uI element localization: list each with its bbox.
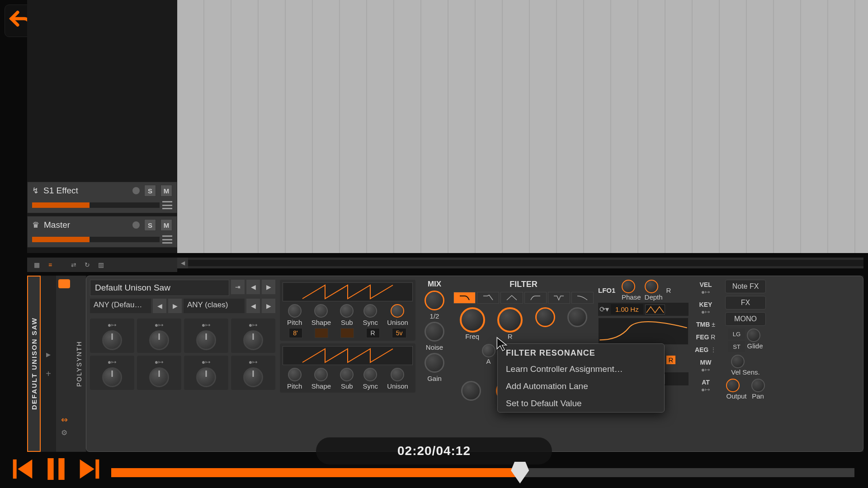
solo-button[interactable]: S: [144, 219, 156, 231]
plfo-r-button[interactable]: R: [666, 356, 676, 364]
scroll-left-icon[interactable]: ◀: [177, 258, 188, 268]
tag1-next[interactable]: ▶: [168, 299, 182, 313]
arranger-grid[interactable]: [177, 0, 868, 253]
osc2-shape-knob[interactable]: [314, 368, 328, 381]
track-master[interactable]: ♛ Master S M: [27, 216, 177, 248]
osc2-unison-knob[interactable]: [391, 368, 404, 381]
filter-type-low[interactable]: [571, 292, 594, 304]
vel-sens-knob[interactable]: [731, 355, 745, 368]
mix-noise-knob[interactable]: [425, 322, 444, 342]
filter-type-lp2[interactable]: [477, 292, 499, 304]
filter-resonance-knob[interactable]: [497, 307, 523, 333]
osc1-sync-value[interactable]: R: [366, 328, 380, 338]
lfo1-rate[interactable]: 1.00 Hz: [611, 304, 643, 314]
osc1-shape-value[interactable]: [315, 328, 328, 338]
settings-icon[interactable]: ⚙: [61, 428, 68, 437]
volume-fader[interactable]: [32, 202, 160, 208]
menu-default-value[interactable]: Set to Default Value: [498, 395, 664, 412]
glide-knob[interactable]: [747, 328, 760, 342]
preset-next-button[interactable]: ▶: [262, 280, 275, 294]
osc1-unison-value[interactable]: 5v: [392, 328, 407, 338]
pause-button[interactable]: [42, 455, 71, 485]
macro-knob-6[interactable]: ●↦: [137, 356, 181, 390]
tag2-prev[interactable]: ◀: [246, 299, 260, 313]
track-menu-icon[interactable]: [162, 235, 172, 244]
track-name[interactable]: Master: [44, 220, 128, 230]
mix-1-2-knob[interactable]: [425, 291, 444, 310]
osc2-sync-knob[interactable]: [363, 368, 377, 381]
expand-icon[interactable]: ▸: [46, 349, 51, 360]
preset-pin-icon[interactable]: ⇥: [231, 280, 245, 294]
track-s1-effect[interactable]: ↯ S1 Effect S M: [27, 182, 177, 213]
osc1-pitch-value[interactable]: 8': [289, 328, 302, 338]
view-grid-icon[interactable]: ▦: [32, 261, 42, 269]
osc1-shape-knob[interactable]: [314, 304, 328, 318]
osc2-pitch-knob[interactable]: [288, 368, 302, 381]
add-device-icon[interactable]: +: [46, 369, 51, 379]
tag2-next[interactable]: ▶: [262, 299, 275, 313]
prev-button[interactable]: [8, 455, 37, 485]
osc2-waveform[interactable]: [283, 346, 413, 365]
menu-learn-controller[interactable]: Learn Controller Assignment…: [498, 361, 664, 378]
filter-env-a-knob[interactable]: [482, 344, 495, 357]
osc2-sub-knob[interactable]: [340, 368, 354, 381]
osc1-sub-value[interactable]: [340, 328, 354, 338]
record-arm-dot[interactable]: [132, 187, 140, 194]
mute-button[interactable]: M: [160, 185, 172, 197]
macro-knob-3[interactable]: ●↦: [184, 319, 228, 353]
osc1-sub-knob[interactable]: [340, 304, 354, 318]
next-button[interactable]: [75, 455, 104, 485]
preset-tag-2[interactable]: ANY (claes): [184, 299, 245, 313]
device-tab[interactable]: DEFAULT UNISON SAW: [27, 276, 41, 452]
menu-add-automation[interactable]: Add Automation Lane: [498, 378, 664, 395]
lfo1-depth-knob[interactable]: [645, 280, 658, 293]
mix-gain-knob[interactable]: [425, 353, 444, 373]
lfo1-r-button[interactable]: R: [666, 286, 671, 294]
macro-knob-5[interactable]: ●↦: [90, 356, 134, 390]
tool-loop-icon[interactable]: ↻: [82, 261, 92, 269]
amp-a-knob[interactable]: [461, 381, 481, 401]
osc1-unison-knob[interactable]: [391, 304, 404, 318]
preset-prev-button[interactable]: ◀: [246, 280, 260, 294]
horizontal-scrollbar[interactable]: ◀: [177, 258, 863, 268]
pan-knob[interactable]: [751, 379, 765, 392]
fx-button[interactable]: FX: [725, 296, 766, 310]
osc1-waveform[interactable]: [283, 282, 413, 301]
filter-fm-knob[interactable]: [567, 307, 587, 327]
macro-knob-7[interactable]: ●↦: [184, 356, 228, 390]
mute-button[interactable]: M: [160, 219, 172, 231]
filter-drive-knob[interactable]: [535, 307, 555, 327]
osc1-pitch-knob[interactable]: [288, 304, 302, 318]
progress-bar[interactable]: [111, 468, 854, 477]
preset-name[interactable]: Default Unison Saw: [90, 280, 229, 296]
tool-icon[interactable]: ⇄: [69, 261, 79, 269]
lfo1-sync-icon[interactable]: ⟳▾: [599, 305, 609, 314]
macro-knob-8[interactable]: ●↦: [231, 356, 275, 390]
filter-type-hp[interactable]: [524, 292, 547, 304]
macro-knob-2[interactable]: ●↦: [137, 319, 181, 353]
lfo1-wave-select[interactable]: [645, 305, 665, 314]
filter-type-notch[interactable]: [548, 292, 570, 304]
progress-thumb[interactable]: [511, 462, 529, 483]
filter-type-lp[interactable]: [453, 292, 476, 304]
device-icon[interactable]: [58, 279, 70, 288]
remote-controls-icon[interactable]: ⇔: [61, 415, 68, 425]
record-arm-dot[interactable]: [132, 221, 140, 229]
osc1-sync-knob[interactable]: [363, 304, 377, 318]
filter-type-bp[interactable]: [500, 292, 523, 304]
macro-knob-1[interactable]: ●↦: [90, 319, 134, 353]
filter-freq-knob[interactable]: [460, 307, 485, 333]
st-button[interactable]: ST: [728, 341, 745, 352]
view-list-icon[interactable]: ≡: [45, 261, 55, 269]
solo-button[interactable]: S: [144, 185, 156, 197]
output-knob[interactable]: [726, 379, 740, 392]
track-name[interactable]: S1 Effect: [43, 186, 128, 196]
volume-fader[interactable]: [32, 237, 160, 242]
track-menu-icon[interactable]: [162, 201, 172, 209]
preset-tag-1[interactable]: ANY (Defau…: [90, 299, 151, 313]
macro-knob-4[interactable]: ●↦: [231, 319, 275, 353]
mono-button[interactable]: MONO: [725, 312, 766, 326]
tag1-prev[interactable]: ◀: [153, 299, 166, 313]
lg-button[interactable]: LG: [728, 328, 745, 339]
tool-layout-icon[interactable]: ▥: [96, 261, 106, 269]
